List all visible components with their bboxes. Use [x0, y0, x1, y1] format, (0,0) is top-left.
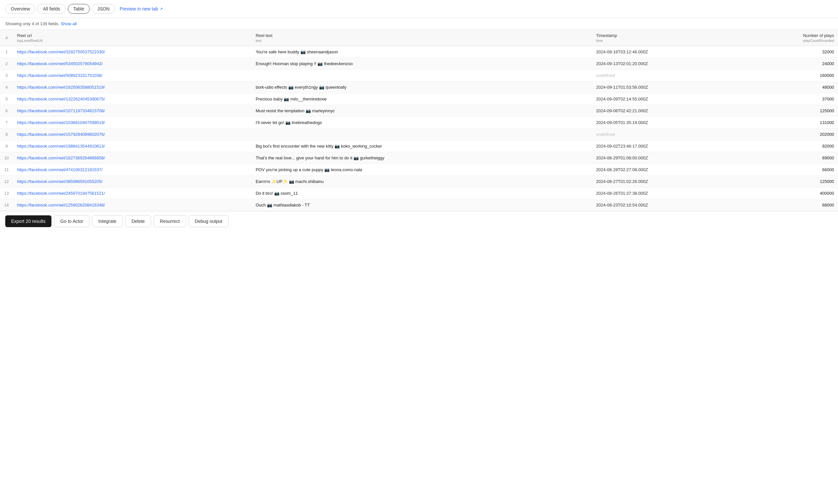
cell-url[interactable]: https://facebook.com/reel/47410631218153…	[13, 164, 252, 176]
col-header-reel-text: Reel text text	[252, 30, 592, 46]
col-header-num: #	[0, 30, 13, 46]
cell-num: 6	[0, 105, 13, 117]
table-header-row: # Reel url topLevelReelUrl Reel text tex…	[0, 30, 838, 46]
reel-url-link[interactable]: https://facebook.com/reel/32927505375223…	[17, 50, 105, 54]
reel-url-link[interactable]: https://facebook.com/reel/50892333175103…	[17, 73, 103, 78]
tab-json[interactable]: JSON	[92, 4, 115, 14]
cell-timestamp: 2024-08-28T02:27:08.000Z	[592, 164, 741, 176]
cell-plays: 48000	[741, 82, 838, 93]
cell-text: Must resist the temptation 📷 marleyinnyc	[252, 105, 592, 117]
cell-num: 11	[0, 164, 13, 176]
table-row: 9https://facebook.com/reel/1988413544910…	[0, 140, 838, 152]
cell-plays: 66000	[741, 164, 838, 176]
subheader-text: Showing only 4 of 139 fields.	[5, 21, 59, 26]
delete-button[interactable]: Delete	[125, 215, 151, 227]
cell-num: 1	[0, 46, 13, 58]
tab-table[interactable]: Table	[68, 4, 90, 14]
cell-text: Big boi's first encounter with the new k…	[252, 140, 592, 152]
cell-text: bork-udio effects 📷 everyth1ngy 📷 queenl…	[252, 82, 592, 93]
reel-url-link[interactable]: https://facebook.com/reel/16273692648668…	[17, 156, 105, 160]
cell-timestamp: 2024-09-02T23:46:17.000Z	[592, 140, 741, 152]
cell-num: 12	[0, 176, 13, 187]
cell-timestamp: 2024-09-06T02:42:21.000Z	[592, 105, 741, 117]
reel-url-link[interactable]: https://facebook.com/reel/12590262084163…	[17, 202, 105, 208]
cell-plays: 37000	[741, 93, 838, 105]
table-row: 3https://facebook.com/reel/5089233317510…	[0, 70, 838, 82]
table-row: 14https://facebook.com/reel/125902620841…	[0, 199, 838, 211]
table-row: 6https://facebook.com/reel/1071187334623…	[0, 105, 838, 117]
reel-url-link[interactable]: https://facebook.com/reel/10368104075990…	[17, 120, 105, 125]
cell-url[interactable]: https://facebook.com/reel/19884135449106…	[13, 140, 252, 152]
preview-link[interactable]: Preview in new tab	[120, 6, 163, 12]
cell-text: Ouch 📷 mathiasdiakob - TT	[252, 199, 592, 211]
cell-url[interactable]: https://facebook.com/reel/32927505375223…	[13, 46, 252, 58]
cell-text: That's the real love... give your hand f…	[252, 152, 592, 164]
tab-overview[interactable]: Overview	[5, 4, 35, 14]
cell-url[interactable]: https://facebook.com/reel/50892333175103…	[13, 70, 252, 82]
cell-timestamp: 2024-09-05T01:35:19.000Z	[592, 117, 741, 129]
cell-timestamp: undefined	[592, 129, 741, 140]
top-bar: Overview All fields Table JSON Preview i…	[0, 0, 838, 18]
reel-url-link[interactable]: https://facebook.com/reel/16250635880515…	[17, 85, 105, 90]
bottom-bar: Export 20 results Go to Actor Integrate …	[0, 211, 838, 231]
cell-num: 4	[0, 82, 13, 93]
cell-url[interactable]: https://facebook.com/reel/16250635880515…	[13, 82, 252, 93]
col-header-plays: Number of plays playCountRounded	[741, 30, 838, 46]
cell-plays: 69000	[741, 152, 838, 164]
reel-url-link[interactable]: https://facebook.com/reel/13226240453906…	[17, 96, 105, 102]
cell-plays: 68000	[741, 199, 838, 211]
reel-url-link[interactable]: https://facebook.com/reel/10711873346237…	[17, 108, 105, 113]
cell-url[interactable]: https://facebook.com/reel/38508659105520…	[13, 176, 252, 187]
reel-url-link[interactable]: https://facebook.com/reel/38508659105520…	[17, 179, 103, 184]
reel-url-link[interactable]: https://facebook.com/reel/15792840896020…	[17, 132, 105, 137]
cell-text: Precious baby 📷 milo__theminidoxie	[252, 93, 592, 105]
resurrect-button[interactable]: Resurrect	[154, 215, 186, 227]
cell-url[interactable]: https://facebook.com/reel/53450257905494…	[13, 58, 252, 70]
cell-text: You're safe here buddy 📷 sheenaandjason	[252, 46, 592, 58]
tab-allfields[interactable]: All fields	[37, 4, 66, 14]
go-to-actor-button[interactable]: Go to Actor	[54, 215, 89, 227]
table-row: 12https://facebook.com/reel/385086591055…	[0, 176, 838, 187]
cell-text	[252, 70, 592, 82]
cell-num: 13	[0, 187, 13, 199]
cell-url[interactable]: https://facebook.com/reel/13226240453906…	[13, 93, 252, 105]
integrate-button[interactable]: Integrate	[92, 215, 122, 227]
cell-url[interactable]: https://facebook.com/reel/15792840896020…	[13, 129, 252, 140]
cell-text	[252, 129, 592, 140]
cell-url[interactable]: https://facebook.com/reel/16273692648668…	[13, 152, 252, 164]
cell-url[interactable]: https://facebook.com/reel/10368104075990…	[13, 117, 252, 129]
cell-url[interactable]: https://facebook.com/reel/12590262084163…	[13, 199, 252, 211]
cell-plays: 202000	[741, 129, 838, 140]
cell-url[interactable]: https://facebook.com/reel/24597019475615…	[13, 187, 252, 199]
cell-text: I'll never let go! 📷 livebreathedogs	[252, 117, 592, 129]
cell-plays: 24000	[741, 58, 838, 70]
cell-timestamp: 2024-08-29T01:08:00.000Z	[592, 152, 741, 164]
show-all-link[interactable]: Show all	[61, 21, 76, 26]
cell-timestamp: 2024-09-11T01:53:56.000Z	[592, 82, 741, 93]
cell-plays: 160000	[741, 70, 838, 82]
cell-timestamp: 2024-08-26T01:37:38.000Z	[592, 187, 741, 199]
cell-num: 9	[0, 140, 13, 152]
cell-text: Enough! Hooman stop playing !! 📷 thedeec…	[252, 58, 592, 70]
table-container: # Reel url topLevelReelUrl Reel text tex…	[0, 30, 838, 211]
cell-text: Do it bro! 📷 ssom_11	[252, 187, 592, 199]
cell-url[interactable]: https://facebook.com/reel/10711873346237…	[13, 105, 252, 117]
col-header-reel-url: Reel url topLevelReelUrl	[13, 30, 252, 46]
debug-output-button[interactable]: Debug output	[189, 215, 229, 227]
table-row: 5https://facebook.com/reel/1322624045390…	[0, 93, 838, 105]
reel-url-link[interactable]: https://facebook.com/reel/53450257905494…	[17, 61, 103, 66]
cell-num: 5	[0, 93, 13, 105]
subheader: Showing only 4 of 139 fields. Show all	[0, 18, 838, 30]
table-row: 10https://facebook.com/reel/162736926486…	[0, 152, 838, 164]
cell-timestamp: 2024-08-23T02:10:54.000Z	[592, 199, 741, 211]
export-button[interactable]: Export 20 results	[5, 215, 51, 227]
reel-url-link[interactable]: https://facebook.com/reel/47410631218153…	[17, 167, 103, 172]
table-row: 7https://facebook.com/reel/1036810407599…	[0, 117, 838, 129]
cell-timestamp: 2024-09-16T03:12:46.000Z	[592, 46, 741, 58]
cell-plays: 32000	[741, 46, 838, 58]
reel-url-link[interactable]: https://facebook.com/reel/24597019475615…	[17, 191, 105, 196]
cell-timestamp: undefined	[592, 70, 741, 82]
reel-url-link[interactable]: https://facebook.com/reel/19884135449106…	[17, 144, 105, 148]
table-row: 2https://facebook.com/reel/5345025790549…	[0, 58, 838, 70]
cell-num: 3	[0, 70, 13, 82]
